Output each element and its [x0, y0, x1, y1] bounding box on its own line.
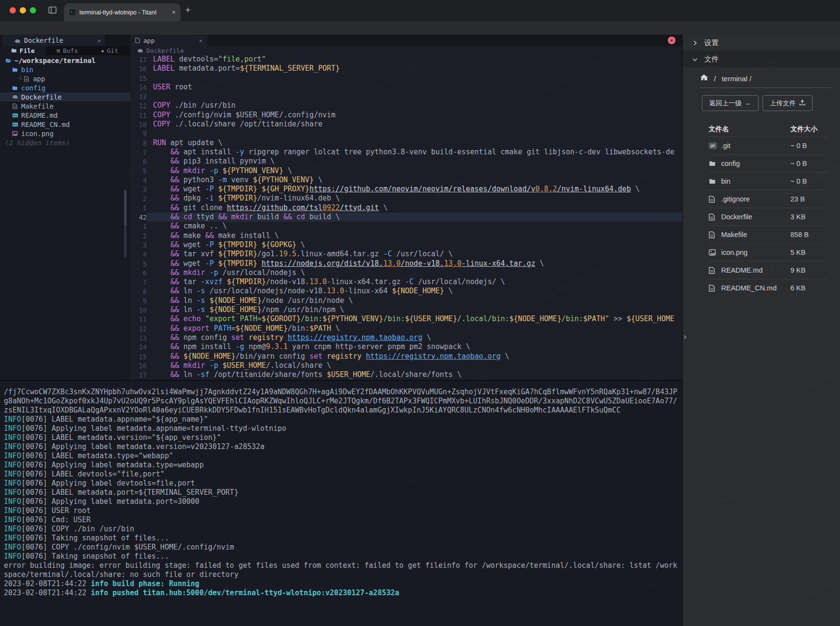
upload-file-button[interactable]: 上传文件: [763, 95, 813, 111]
terminal-line: INFO[0076] Applying label metadata.versi…: [4, 442, 682, 451]
sidebar-tab-dockerfile[interactable]: Dockerfile ×: [2, 35, 105, 46]
file-row-bin[interactable]: bin~ 0 B: [709, 172, 827, 190]
close-editor-button[interactable]: ×: [668, 37, 675, 44]
tree-item-icon-png[interactable]: icon.png: [0, 129, 130, 138]
tab-close-icon[interactable]: ×: [172, 9, 176, 16]
tab-bufs[interactable]: ▤ Bufs: [46, 46, 89, 55]
terminal-line: error building image: error building sta…: [4, 561, 682, 570]
section-settings[interactable]: 设置: [683, 35, 840, 51]
line-text: && tar -xvzf ${TMPDIR}/node-v18.13.0-lin…: [147, 277, 682, 287]
file-row--git[interactable]: git.git~ 0 B: [709, 137, 827, 154]
file-name: config: [721, 160, 790, 167]
panel-collapse-handle[interactable]: ›: [684, 332, 687, 342]
tree-item-bin[interactable]: bin: [0, 65, 130, 74]
tree-item--workspace-terminal[interactable]: ~/workspace/terminal: [0, 56, 130, 65]
line-text: && python3 -m venv ${PYTHON_VENV} \: [147, 175, 682, 185]
tree-item--2-hidden-items-[interactable]: (2 hidden items): [0, 138, 130, 147]
arrow-left-icon: ←: [745, 100, 752, 107]
code-line: 15 && ${NODE_HOME}/bin/yarn config set r…: [130, 352, 682, 361]
code-line: 1 && git clone https://github.com/tsl092…: [130, 203, 682, 213]
file-row-readme-cn-md[interactable]: README_CN.md6 KB: [709, 279, 827, 297]
file-icon: [709, 196, 721, 203]
file-row-makefile[interactable]: Makefile858 B: [709, 225, 827, 243]
code-line: 3 && wget -P ${TMPDIR} ${GOPKG} \: [130, 240, 682, 250]
editor-tabbar: app × ×: [130, 35, 682, 46]
file-name: Makefile: [721, 231, 790, 238]
tree-item-makefile[interactable]: Makefile: [0, 101, 130, 111]
line-number: 4: [130, 175, 147, 185]
code-line: 17LABEL devtools="file,port": [130, 55, 682, 64]
file-manager-panel: 设置 文件 a / terminal / 返回上一级 ← 上传文件 文件名: [682, 35, 840, 626]
scrollbar-thumb[interactable]: [124, 226, 127, 257]
back-parent-button[interactable]: 返回上一级 ←: [702, 95, 759, 111]
home-icon[interactable]: [700, 74, 708, 83]
sidebar-tab-close-icon[interactable]: ×: [97, 37, 101, 44]
breadcrumb: Dockerfile: [130, 46, 682, 55]
line-number: 4: [130, 250, 147, 259]
terminal-panel[interactable]: /fj7CcwoCW7ZXBc3snKxZNYHpbh7uhwOvx2lsi4W…: [0, 380, 682, 626]
breadcrumb-filename: Dockerfile: [146, 47, 184, 54]
file-row--gitignore[interactable]: .gitignore23 B: [709, 190, 827, 208]
line-number: 16: [130, 361, 147, 370]
line-number: 5: [130, 166, 147, 175]
tree-item-label: (2 hidden items): [5, 139, 70, 147]
line-text: && echo "export PATH=${GOROOT}/bin:${PYT…: [147, 314, 682, 324]
terminal-line: INFO[0076] Cmd: USER: [4, 515, 682, 525]
tree-item-config[interactable]: config: [0, 83, 130, 92]
tree-item-app[interactable]: └app: [0, 74, 130, 83]
editor-tab-close-icon[interactable]: ×: [199, 37, 203, 44]
tree-item-label: icon.png: [21, 130, 53, 138]
file-name: README.md: [721, 266, 790, 274]
file-name: .gitignore: [721, 195, 790, 203]
line-number: 2: [130, 194, 147, 203]
section-files[interactable]: 文件: [683, 51, 840, 67]
code-line: 10COPY ./.local/share /opt/titanide/shar…: [130, 120, 682, 129]
file-row-icon-png[interactable]: icon.png5 KB: [709, 243, 827, 261]
minimize-window-button[interactable]: [20, 7, 26, 13]
file-row-readme-md[interactable]: README.md9 KB: [709, 261, 827, 279]
line-number: 6: [130, 268, 147, 277]
file-table: 文件名 文件大小 git.git~ 0 Bconfig~ 0 Bbin~ 0 B…: [709, 122, 827, 297]
browser-sidebar-toggle-icon[interactable]: [48, 6, 57, 16]
terminal-line: INFO[0076] LABEL metadata.port=${TERMINA…: [4, 488, 682, 497]
file-row-dockerfile[interactable]: Dockerfile3 KB: [709, 208, 827, 225]
line-text: && wget -P ${TMPDIR} https://nodejs.org/…: [147, 259, 682, 268]
terminal-line: zsENIL3ItxqIOXDBGALaQgAPxxnV2YOoRl40a6ey…: [4, 406, 682, 415]
folder-icon: [11, 47, 17, 54]
close-window-button[interactable]: [10, 7, 16, 13]
code-line: 9 && ln -s ${NODE_HOME}/node /usr/bin/no…: [130, 296, 682, 305]
code-line: 3 && wget -P ${TMPDIR} ${GH_PROXY}https:…: [130, 185, 682, 194]
line-number: 3: [130, 240, 147, 250]
tree-item-dockerfile[interactable]: Dockerfile: [0, 92, 130, 101]
folder-icon: [709, 178, 721, 184]
tree-item-label: bin: [21, 66, 33, 74]
browser-tab[interactable]: >_ terminal-ttyd-wlotnipo - TitanI ×: [64, 3, 180, 21]
tree-item-readme-md[interactable]: README.md: [0, 111, 130, 120]
line-text: [147, 74, 682, 83]
file-icon: [23, 76, 30, 82]
code-area[interactable]: 17LABEL devtools="file,port"16LABEL meta…: [130, 55, 682, 380]
whale-icon: [12, 95, 18, 99]
code-line: 42 && cd ttyd && mkdir build && cd build…: [130, 213, 682, 222]
maximize-window-button[interactable]: [30, 7, 36, 13]
code-line: 12COPY ./bin /usr/bin: [130, 101, 682, 110]
line-number: 17: [130, 370, 147, 379]
line-text: && ${NODE_HOME}/bin/yarn config set regi…: [147, 352, 682, 361]
current-directory[interactable]: terminal /: [722, 75, 751, 83]
tab-git[interactable]: ◆ Git: [89, 46, 130, 55]
editor-tab-app[interactable]: app ×: [130, 35, 207, 46]
file-row-config[interactable]: config~ 0 B: [709, 154, 827, 172]
folder-icon: [12, 67, 18, 72]
panel-breadcrumb: / terminal /: [700, 74, 751, 83]
line-text: && wget -P ${TMPDIR} ${GH_PROXY}https://…: [147, 185, 682, 194]
new-tab-button[interactable]: +: [185, 5, 191, 15]
line-text: COPY ./config/nvim $USER_HOME/.config/nv…: [147, 111, 682, 120]
scrollbar-thumb[interactable]: [124, 190, 127, 226]
code-line: 16 && mkdir -p $USER_HOME/.local/share \: [130, 361, 682, 370]
tree-item-readme-cn-md[interactable]: README_CN.md: [0, 120, 130, 129]
code-line: 10 && ln -s ${NODE_HOME}/npm /usr/bin/np…: [130, 305, 682, 314]
file-icon: [135, 36, 140, 45]
tab-file[interactable]: File: [0, 46, 46, 55]
code-line: 2 && make && make install \: [130, 231, 682, 240]
file-name: Dockerfile: [721, 213, 790, 221]
